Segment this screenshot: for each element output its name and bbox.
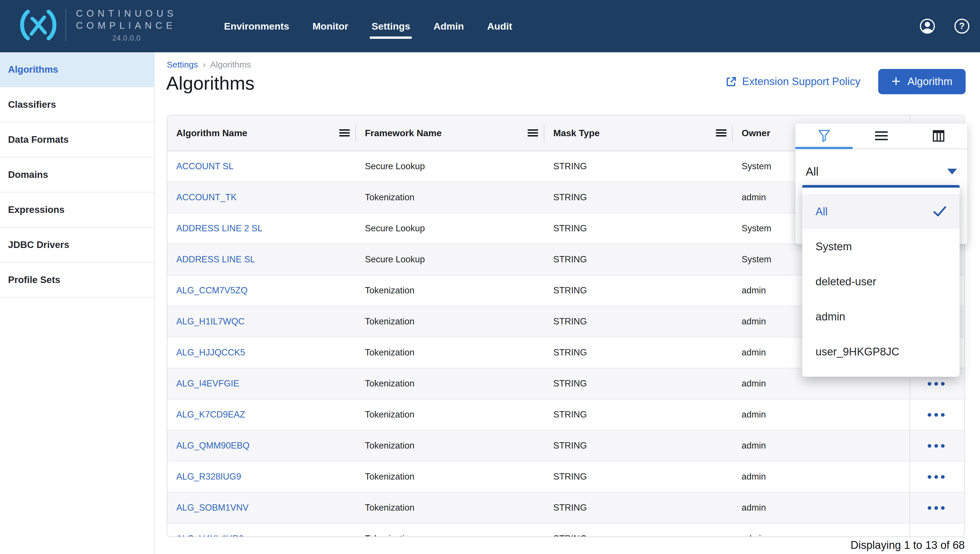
- pagination-status: Displaying 1 to 13 of 68: [851, 539, 965, 551]
- nav-item-monitor[interactable]: Monitor: [313, 18, 348, 35]
- cell-framework-name: Tokenization: [356, 400, 544, 430]
- breadcrumb-separator: ›: [203, 59, 206, 70]
- cell-mask-type: STRING: [544, 368, 733, 399]
- sidebar-item-jdbc-drivers[interactable]: JDBC Drivers: [0, 228, 154, 263]
- column-menu-icon[interactable]: [716, 129, 726, 137]
- algorithm-name-link[interactable]: ALG_SOBM1VNV: [176, 503, 249, 513]
- table-row: ALG_QMM90EBQ Tokenization STRING admin •…: [168, 430, 964, 462]
- algorithm-name-link[interactable]: ALG_R328IUG9: [176, 471, 241, 482]
- table-row: ALG_R328IUG9 Tokenization STRING admin •…: [168, 462, 964, 492]
- columns-icon: [933, 130, 944, 142]
- row-actions-menu-icon[interactable]: •••: [927, 501, 947, 514]
- cell-framework-name: Tokenization: [356, 368, 544, 399]
- cell-algorithm-name: ACCOUNT_TK: [168, 182, 356, 213]
- account-icon[interactable]: [919, 18, 935, 34]
- row-actions-menu-icon[interactable]: •••: [927, 532, 947, 537]
- breadcrumb: Settings › Algorithms: [167, 59, 251, 70]
- add-algorithm-button[interactable]: + Algorithm: [878, 69, 966, 94]
- row-actions-menu-icon[interactable]: •••: [927, 408, 947, 421]
- sidebar-item-classifiers[interactable]: Classifiers: [0, 88, 154, 123]
- algorithm-name-link[interactable]: ALG_HJJQCCK5: [176, 347, 245, 358]
- cell-framework-name: Tokenization: [356, 492, 544, 523]
- row-actions-menu-icon[interactable]: •••: [927, 439, 947, 452]
- breadcrumb-settings-link[interactable]: Settings: [167, 60, 198, 70]
- cell-mask-type: STRING: [544, 462, 733, 492]
- cell-mask-type: STRING: [544, 492, 733, 523]
- row-actions-menu-icon[interactable]: •••: [927, 470, 947, 483]
- breadcrumb-current: Algorithms: [210, 60, 251, 70]
- nav-item-audit[interactable]: Audit: [487, 18, 512, 35]
- brand-version: 24.0.0.0: [76, 34, 177, 42]
- delphix-logo-icon: [17, 9, 60, 41]
- owner-filter-select[interactable]: All: [806, 157, 957, 186]
- column-menu-icon[interactable]: [339, 129, 350, 137]
- owner-filter-option-all[interactable]: All: [802, 194, 959, 229]
- cell-algorithm-name: ALG_SOBM1VNV: [168, 492, 356, 523]
- main-nav: Environments Monitor Settings Admin Audi…: [224, 0, 512, 52]
- algorithm-name-link[interactable]: ALG_QMM90EBQ: [176, 441, 250, 451]
- algorithm-name-link[interactable]: ALG_H1IL7WQC: [176, 316, 245, 327]
- algorithm-name-link[interactable]: ALG_V4YL4UR6: [176, 533, 244, 537]
- check-icon: [933, 206, 946, 217]
- cell-framework-name: Tokenization: [356, 275, 544, 306]
- algorithm-name-link[interactable]: ALG_CCM7V5ZQ: [176, 285, 247, 296]
- algorithm-name-link[interactable]: ALG_K7CD9EAZ: [176, 409, 245, 420]
- header-actions: Extension Support Policy + Algorithm: [726, 69, 966, 94]
- cell-algorithm-name: ALG_H1IL7WQC: [168, 306, 356, 337]
- sidebar-item-domains[interactable]: Domains: [0, 158, 154, 193]
- col-header-mask-type[interactable]: Mask Type: [544, 116, 733, 151]
- nav-item-admin[interactable]: Admin: [433, 18, 464, 35]
- nav-item-settings[interactable]: Settings: [372, 18, 410, 35]
- cell-algorithm-name: ALG_K7CD9EAZ: [168, 400, 356, 430]
- cell-actions: •••: [910, 462, 964, 492]
- cell-actions: •••: [910, 492, 964, 523]
- owner-filter-menu: All System deleted-user admin user_9HKGP…: [802, 185, 959, 377]
- cell-framework-name: Tokenization: [356, 306, 544, 337]
- sidebar-item-expressions[interactable]: Expressions: [0, 193, 154, 228]
- cell-mask-type: STRING: [544, 182, 733, 213]
- cell-mask-type: STRING: [544, 306, 733, 337]
- owner-filter-option-user_9hkgp8jc[interactable]: user_9HKGP8JC: [802, 334, 959, 369]
- cell-mask-type: STRING: [544, 275, 733, 306]
- cell-framework-name: Tokenization: [356, 430, 544, 461]
- sidebar-item-algorithms[interactable]: Algorithms: [0, 52, 154, 88]
- panel-tabs: [795, 123, 967, 149]
- cell-algorithm-name: ALG_QMM90EBQ: [168, 430, 356, 461]
- table-row: ALG_V4YL4UR6 Tokenization STRING admin •…: [168, 524, 964, 537]
- tab-row-settings[interactable]: [852, 123, 910, 148]
- cell-algorithm-name: ADDRESS LINE SL: [168, 244, 356, 275]
- algorithm-name-link[interactable]: ALG_I4EVFGIE: [176, 379, 239, 389]
- cell-owner: admin: [733, 462, 910, 492]
- owner-filter-option-system[interactable]: System: [802, 229, 959, 264]
- cell-framework-name: Tokenization: [356, 182, 544, 213]
- row-actions-menu-icon[interactable]: •••: [927, 377, 947, 390]
- tab-filter[interactable]: [795, 123, 852, 148]
- cell-owner: admin: [733, 400, 910, 430]
- cell-algorithm-name: ALG_I4EVFGIE: [168, 368, 356, 399]
- cell-mask-type: STRING: [544, 151, 733, 181]
- algorithm-name-link[interactable]: ADDRESS LINE SL: [176, 254, 255, 265]
- sidebar-item-profile-sets[interactable]: Profile Sets: [0, 263, 154, 298]
- algorithm-name-link[interactable]: ADDRESS LINE 2 SL: [176, 223, 263, 234]
- col-header-algorithm-name[interactable]: Algorithm Name: [168, 116, 356, 151]
- extension-support-policy-link[interactable]: Extension Support Policy: [726, 76, 860, 88]
- help-icon[interactable]: ?: [954, 18, 970, 34]
- filter-funnel-icon: [818, 130, 830, 142]
- column-menu-icon[interactable]: [528, 129, 538, 137]
- brand-logo[interactable]: CONTINUOUS COMPLIANCE 24.0.0.0: [17, 8, 177, 42]
- algorithm-name-link[interactable]: ACCOUNT_TK: [176, 192, 237, 202]
- cell-mask-type: STRING: [544, 430, 733, 461]
- external-link-icon: [726, 76, 736, 87]
- page-title: Algorithms: [166, 72, 254, 94]
- nav-item-environments[interactable]: Environments: [224, 18, 289, 35]
- cell-mask-type: STRING: [544, 337, 733, 368]
- owner-filter-option-deleted-user[interactable]: deleted-user: [802, 264, 959, 299]
- algorithm-name-link[interactable]: ACCOUNT SL: [176, 161, 233, 172]
- chevron-down-icon: [947, 169, 957, 174]
- sidebar-item-data-formats[interactable]: Data Formats: [0, 123, 154, 158]
- tab-columns[interactable]: [910, 123, 967, 148]
- rows-list-icon: [875, 131, 888, 140]
- cell-owner: admin: [733, 492, 910, 523]
- col-header-framework-name[interactable]: Framework Name: [356, 116, 544, 151]
- owner-filter-option-admin[interactable]: admin: [802, 299, 959, 334]
